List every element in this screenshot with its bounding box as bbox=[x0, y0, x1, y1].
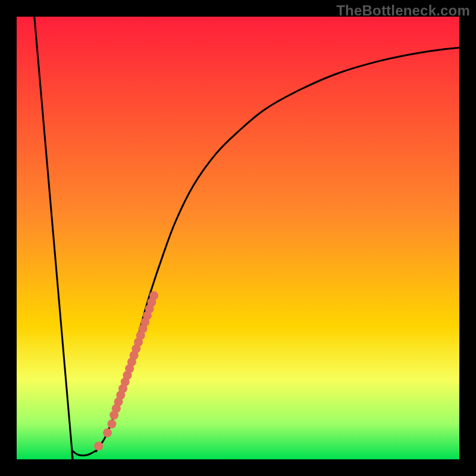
data-point bbox=[107, 419, 116, 428]
chart-svg bbox=[17, 17, 459, 459]
chart-frame: TheBottleneck.com bbox=[0, 0, 476, 476]
data-point bbox=[149, 291, 158, 300]
data-point bbox=[94, 441, 103, 450]
gradient-background bbox=[17, 17, 459, 459]
plot-area bbox=[17, 17, 459, 459]
watermark-text: TheBottleneck.com bbox=[336, 2, 470, 19]
data-point bbox=[103, 428, 112, 437]
